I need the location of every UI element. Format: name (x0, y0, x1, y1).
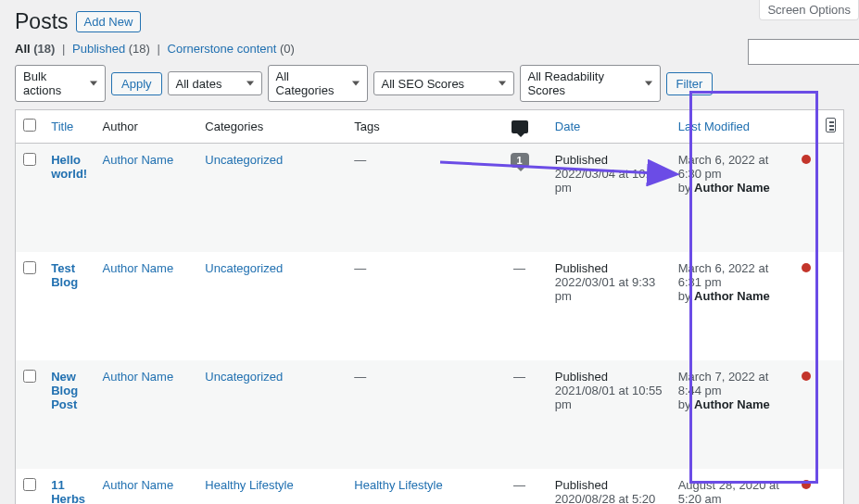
categories-select[interactable]: All Categories (268, 65, 368, 102)
date-cell: Published2022/03/04 at 10:39 pm (548, 144, 671, 252)
lastmod-cell: March 6, 2022 at 6:30 pmby Author Name (671, 144, 794, 252)
col-author: Author (95, 110, 198, 144)
post-title-link[interactable]: Hello world! (51, 153, 87, 181)
row-checkbox[interactable] (23, 261, 36, 274)
screen-options-button[interactable]: Screen Options (759, 0, 859, 20)
status-dot-icon (802, 155, 811, 164)
col-categories: Categories (197, 110, 347, 144)
view-filter-bar: All (18) | Published (18) | Cornerstone … (15, 42, 844, 56)
status-dot-icon (802, 263, 811, 272)
seo-select[interactable]: All SEO Scores (373, 71, 514, 95)
dates-select[interactable]: All dates (168, 71, 262, 95)
tags-cell: — (347, 144, 491, 252)
category-link[interactable]: Healthy Lifestyle (205, 478, 293, 492)
row-checkbox[interactable] (23, 153, 36, 166)
col-date[interactable]: Date (555, 120, 580, 133)
author-link[interactable]: Author Name (103, 478, 174, 492)
select-all-checkbox[interactable] (23, 119, 36, 132)
table-row: 11 Herbs and Suppl Author Name Healthy L… (16, 469, 843, 505)
date-cell: Published2020/08/28 at 5:20 am (548, 469, 671, 505)
filter-cornerstone[interactable]: Cornerstone content (168, 42, 277, 56)
comment-cell: — (491, 469, 547, 505)
apply-button[interactable]: Apply (111, 72, 162, 95)
row-checkbox[interactable] (23, 370, 36, 383)
filter-all[interactable]: All (18) (15, 42, 55, 56)
comment-cell: — (491, 252, 547, 360)
col-last-modified[interactable]: Last Modified (678, 120, 750, 133)
post-title-link[interactable]: New Blog Post (51, 370, 78, 411)
post-title-link[interactable]: 11 Herbs and Suppl (51, 478, 85, 505)
filter-button[interactable]: Filter (666, 72, 714, 95)
filter-published[interactable]: Published (18) (72, 42, 150, 56)
tags-cell: — (347, 360, 491, 469)
comments-icon (512, 120, 528, 133)
category-link[interactable]: Uncategorized (205, 153, 283, 167)
category-link[interactable]: Uncategorized (205, 370, 283, 384)
page-title: Posts (15, 9, 69, 34)
comment-cell: — (491, 360, 547, 469)
date-cell: Published2021/08/01 at 10:55 pm (548, 360, 671, 469)
col-tags: Tags (347, 110, 491, 144)
column-options-icon[interactable] (826, 118, 836, 132)
status-dot-icon (802, 480, 811, 489)
row-checkbox[interactable] (23, 478, 36, 491)
lastmod-cell: March 7, 2022 at 8:44 pmby Author Name (671, 360, 794, 469)
table-row: Test Blog Author Name Uncategorized — — … (16, 252, 843, 360)
author-link[interactable]: Author Name (103, 153, 174, 167)
lastmod-cell: March 6, 2022 at 6:31 pmby Author Name (671, 252, 794, 360)
author-link[interactable]: Author Name (103, 370, 174, 384)
search-input[interactable] (748, 39, 859, 65)
lastmod-cell: August 28, 2020 at 5:20 am (671, 469, 794, 505)
tags-cell: — (347, 252, 491, 360)
table-row: Hello world! Author Name Uncategorized —… (16, 144, 843, 252)
table-row: New Blog Post Author Name Uncategorized … (16, 360, 843, 469)
date-cell: Published2022/03/01 at 9:33 pm (548, 252, 671, 360)
readability-select[interactable]: All Readability Scores (520, 65, 661, 102)
col-title[interactable]: Title (51, 120, 73, 133)
tag-link[interactable]: Healthy Lifestyle (354, 478, 442, 492)
category-link[interactable]: Uncategorized (205, 261, 283, 275)
status-dot-icon (802, 372, 811, 381)
post-title-link[interactable]: Test Blog (51, 261, 78, 289)
author-link[interactable]: Author Name (103, 261, 174, 275)
comment-count[interactable]: 1 (511, 153, 529, 168)
bulk-actions-select[interactable]: Bulk actions (15, 65, 106, 102)
posts-table: Title Author Categories Tags Date Last M… (16, 110, 843, 504)
add-new-button[interactable]: Add New (76, 11, 142, 32)
